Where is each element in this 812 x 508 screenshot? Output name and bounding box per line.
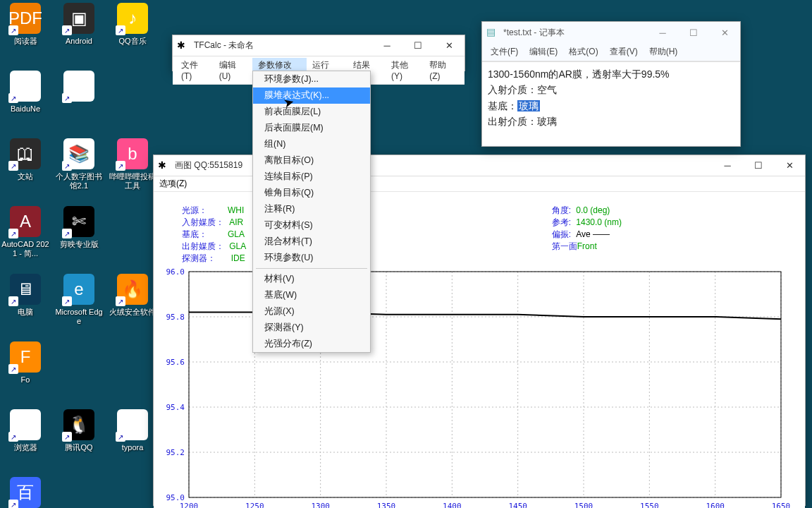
shortcut-icon: ↗ bbox=[62, 229, 72, 238]
app-icon: ◎ bbox=[18, 415, 33, 435]
desktop-icon[interactable]: 🖥↗电脑 bbox=[0, 272, 51, 337]
plot-info-left: 光源： WHI 入射媒质： AIR 基底： GLA 出射媒质： GLA 探测器：… bbox=[182, 195, 246, 265]
shortcut-icon: ↗ bbox=[8, 364, 18, 374]
maximize-button[interactable]: ☐ bbox=[743, 155, 774, 176]
desktop-icon[interactable]: F↗Fo bbox=[0, 340, 51, 405]
plot-options-menu[interactable]: 选项(Z) bbox=[159, 179, 187, 188]
dropdown-item[interactable]: 混合材料(T) bbox=[253, 234, 370, 250]
desktop-icon[interactable]: 🕮↗文站 bbox=[0, 137, 51, 202]
tfcalc-titlebar[interactable]: ✱ TFCalc - 未命名 ─ ☐ ✕ bbox=[173, 35, 465, 56]
icon-label: AutoCAD 2021 - 简... bbox=[1, 240, 50, 258]
app-icon: 🕮 bbox=[17, 144, 34, 164]
notepad-titlebar[interactable]: ▤ *test.txt - 记事本 ─ ☐ ✕ bbox=[482, 22, 740, 43]
dropdown-item[interactable]: 环境参数(U) bbox=[253, 250, 370, 266]
desktop-icon[interactable]: e↗Microsoft Edge bbox=[54, 272, 104, 337]
dropdown-item[interactable]: 离散目标(O) bbox=[253, 152, 370, 169]
svg-text:1450: 1450 bbox=[508, 502, 527, 508]
desktop-icon[interactable]: ✱↗ bbox=[54, 69, 104, 134]
minimize-button[interactable]: ─ bbox=[712, 155, 743, 176]
menu-item[interactable]: 查看(V) bbox=[604, 44, 644, 59]
desktop-icon[interactable]: b↗哔哩哔哩投稿工具 bbox=[107, 137, 158, 202]
desktop-icon[interactable]: 🔥↗火绒安全软件 bbox=[107, 272, 158, 337]
icon-label: 剪映专业版 bbox=[60, 240, 99, 249]
app-icon: e bbox=[74, 279, 83, 299]
desktop-icon[interactable]: 🐧↗腾讯QQ bbox=[54, 408, 104, 473]
shortcut-icon: ↗ bbox=[62, 93, 72, 103]
desktop-icon[interactable]: ▣↗Android bbox=[54, 1, 104, 66]
dropdown-item[interactable]: 基底(W) bbox=[253, 287, 370, 303]
desktop-icon[interactable]: ☁↗BaiduNe bbox=[0, 69, 51, 134]
dropdown-item[interactable]: 材料(V) bbox=[253, 271, 370, 287]
shortcut-icon: ↗ bbox=[62, 432, 72, 442]
app-icon: 百 bbox=[17, 481, 34, 504]
shortcut-icon: ↗ bbox=[8, 500, 18, 508]
close-button[interactable]: ✕ bbox=[433, 35, 465, 56]
minimize-button[interactable]: ─ bbox=[647, 22, 678, 43]
svg-text:96.0: 96.0 bbox=[166, 267, 185, 277]
dropdown-item[interactable]: 注释(R) bbox=[253, 201, 370, 217]
app-icon: ♪ bbox=[128, 8, 137, 28]
dropdown-item[interactable]: 膜堆表达式(K)... bbox=[253, 87, 370, 104]
desktop-icon[interactable]: 百↗百 bbox=[0, 476, 51, 508]
dropdown-item[interactable]: 锥角目标(Q) bbox=[253, 185, 370, 201]
menu-item[interactable]: 文件(T) bbox=[176, 58, 214, 83]
dropdown-item[interactable]: 可变材料(S) bbox=[253, 217, 370, 234]
desktop-icon[interactable]: ✄↗剪映专业版 bbox=[54, 205, 104, 270]
menu-item[interactable]: 格式(O) bbox=[563, 44, 603, 59]
close-button[interactable]: ✕ bbox=[774, 155, 805, 176]
svg-text:95.6: 95.6 bbox=[166, 358, 185, 367]
svg-text:1400: 1400 bbox=[443, 502, 462, 508]
dropdown-item[interactable]: 光源(X) bbox=[253, 303, 370, 320]
menu-item[interactable]: 帮助(Z) bbox=[424, 58, 462, 83]
icon-label: 文站 bbox=[18, 172, 33, 181]
shortcut-icon: ↗ bbox=[116, 161, 125, 171]
dropdown-item[interactable]: 连续目标(P) bbox=[253, 169, 370, 185]
svg-text:1650: 1650 bbox=[772, 502, 791, 508]
notepad-app-icon: ▤ bbox=[486, 26, 499, 39]
svg-text:1500: 1500 bbox=[574, 502, 593, 508]
desktop-icon[interactable]: T↗typora bbox=[107, 408, 158, 473]
app-icon: F bbox=[20, 347, 31, 367]
menu-item[interactable]: 其他(Y) bbox=[386, 58, 424, 83]
app-icon: ✄ bbox=[72, 212, 86, 231]
desktop-icon[interactable]: ◎↗浏览器 bbox=[0, 408, 51, 473]
notepad-title: *test.txt - 记事本 bbox=[503, 27, 647, 39]
shortcut-icon: ↗ bbox=[116, 25, 125, 35]
app-icon: T bbox=[128, 415, 138, 435]
dropdown-item[interactable]: 后表面膜层(M) bbox=[253, 120, 370, 136]
maximize-button[interactable]: ☐ bbox=[678, 22, 709, 43]
tfcalc-title: TFCalc - 未命名 bbox=[194, 40, 371, 52]
shortcut-icon: ↗ bbox=[8, 229, 18, 238]
app-icon: ☁ bbox=[17, 76, 34, 96]
menu-item[interactable]: 编辑(U) bbox=[214, 58, 252, 83]
menu-item[interactable]: 帮助(H) bbox=[644, 44, 684, 59]
icon-label: BaiduNe bbox=[11, 104, 40, 114]
dropdown-item[interactable]: 前表面膜层(L) bbox=[253, 104, 370, 120]
icon-label: 腾讯QQ bbox=[65, 443, 92, 452]
shortcut-icon: ↗ bbox=[62, 161, 72, 171]
dropdown-item[interactable]: 组(N) bbox=[253, 136, 370, 152]
desktop-icon[interactable]: A↗AutoCAD 2021 - 简... bbox=[0, 205, 51, 270]
desktop-icon[interactable]: ♪↗QQ音乐 bbox=[107, 1, 158, 66]
dropdown-item[interactable]: 探测器(Y) bbox=[253, 320, 370, 336]
shortcut-icon: ↗ bbox=[8, 161, 18, 171]
desktop-icon[interactable]: PDF↗阅读器 bbox=[0, 1, 51, 66]
notepad-content[interactable]: 1300-1560nm的AR膜，透射率大于99.5% 入射介质：空气 基底：玻璃… bbox=[482, 61, 740, 145]
menu-item[interactable]: 编辑(E) bbox=[524, 44, 563, 59]
app-icon: 🖥 bbox=[17, 279, 34, 299]
icon-label: typora bbox=[122, 443, 144, 452]
minimize-button[interactable]: ─ bbox=[371, 35, 402, 56]
notepad-selection: 玻璃 bbox=[517, 100, 540, 111]
svg-text:95.4: 95.4 bbox=[166, 403, 185, 412]
plot-titlebar[interactable]: ✱ 画图 QQ:5515819 ─ ☐ ✕ bbox=[154, 155, 805, 176]
menu-item[interactable]: 文件(F) bbox=[485, 44, 524, 59]
plot-app-icon: ✱ bbox=[158, 159, 171, 172]
dropdown-item[interactable]: 环境参数(J)... bbox=[253, 71, 370, 87]
maximize-button[interactable]: ☐ bbox=[402, 35, 433, 56]
close-button[interactable]: ✕ bbox=[709, 22, 740, 43]
shortcut-icon: ↗ bbox=[62, 25, 72, 35]
dropdown-item[interactable]: 光强分布(Z) bbox=[253, 336, 370, 352]
desktop-icon[interactable]: 📚↗个人数字图书馆2.1 bbox=[54, 137, 104, 202]
icon-label: 电脑 bbox=[18, 308, 33, 317]
app-icon: A bbox=[20, 212, 31, 231]
